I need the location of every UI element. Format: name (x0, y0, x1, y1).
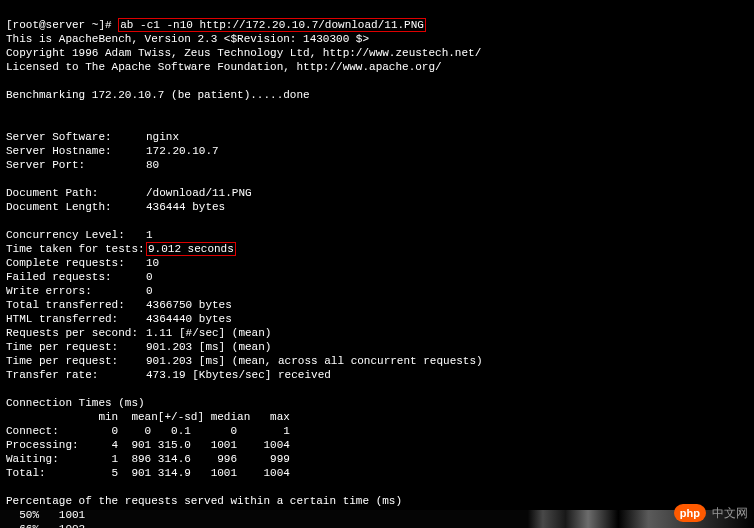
bottom-blur-decoration (0, 510, 754, 528)
requests-per-second: Requests per second:1.11 [#/sec] (mean) (6, 326, 748, 340)
conn-times-waiting: Waiting: 1 896 314.6 996 999 (6, 453, 290, 465)
html-transferred: HTML transferred:4364440 bytes (6, 312, 748, 326)
prompt-userhost: [root@server ~]# (6, 19, 112, 31)
server-port: Server Port:80 (6, 158, 748, 172)
server-hostname: Server Hostname:172.20.10.7 (6, 144, 748, 158)
time-per-request-1: Time per request:901.203 [ms] (mean) (6, 340, 748, 354)
command-highlight: ab -c1 -n10 http://172.20.10.7/download/… (118, 18, 426, 32)
conn-times-processing: Processing: 4 901 315.0 1001 1004 (6, 439, 290, 451)
complete-requests: Complete requests:10 (6, 256, 748, 270)
transfer-rate: Transfer rate:473.19 [Kbytes/sec] receiv… (6, 368, 748, 382)
server-software: Server Software:nginx (6, 130, 748, 144)
write-errors: Write errors:0 (6, 284, 748, 298)
watermark-text: 中文网 (712, 506, 748, 520)
header-line3: Licensed to The Apache Software Foundati… (6, 61, 442, 73)
header-line2: Copyright 1996 Adam Twiss, Zeus Technolo… (6, 47, 481, 59)
conn-times-total: Total: 5 901 314.9 1001 1004 (6, 467, 290, 479)
watermark: php 中文网 (674, 504, 748, 522)
time-per-request-2: Time per request:901.203 [ms] (mean, acr… (6, 354, 748, 368)
concurrency: Concurrency Level:1 (6, 228, 748, 242)
document-length: Document Length:436444 bytes (6, 200, 748, 214)
benchmarking-line: Benchmarking 172.20.10.7 (be patient)...… (6, 89, 310, 101)
time-highlight: 9.012 seconds (146, 242, 236, 256)
conn-times-header: min mean[+/-sd] median max (6, 411, 290, 423)
time-taken: Time taken for tests:9.012 seconds (6, 242, 748, 256)
prompt-line: [root@server ~]# ab -c1 -n10 http://172.… (6, 19, 426, 31)
terminal-output: [root@server ~]# ab -c1 -n10 http://172.… (0, 0, 754, 528)
document-path: Document Path:/download/11.PNG (6, 186, 748, 200)
percentiles-title: Percentage of the requests served within… (6, 495, 402, 507)
failed-requests: Failed requests:0 (6, 270, 748, 284)
header-line1: This is ApacheBench, Version 2.3 <$Revis… (6, 33, 369, 45)
conn-times-connect: Connect: 0 0 0.1 0 1 (6, 425, 290, 437)
watermark-badge: php (674, 504, 706, 522)
conn-times-title: Connection Times (ms) (6, 397, 145, 409)
total-transferred: Total transferred:4366750 bytes (6, 298, 748, 312)
